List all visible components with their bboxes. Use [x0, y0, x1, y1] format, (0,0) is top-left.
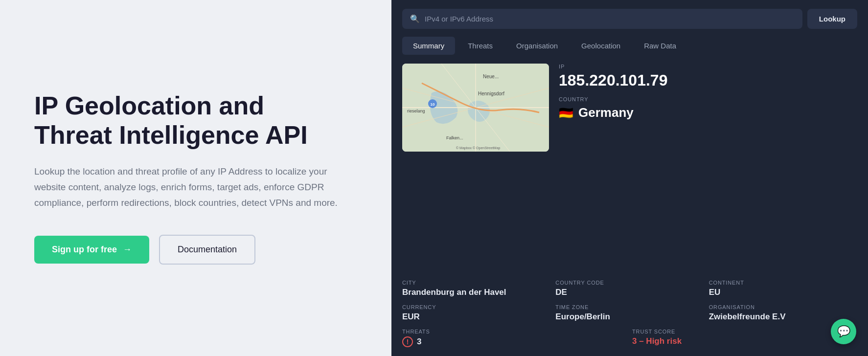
tabs: Summary Threats Organisation Geolocation…: [402, 37, 857, 55]
detail-country-code-value: DE: [555, 288, 704, 297]
threats-count: 3: [417, 337, 421, 347]
detail-continent-value: EU: [709, 288, 857, 297]
search-wrapper: 🔍: [402, 9, 802, 29]
map-container: Neue... Hennigsdorf rieselang Falken... …: [402, 64, 549, 152]
detail-timezone-value: Europe/Berlin: [555, 312, 704, 322]
svg-text:© Mapbox © OpenStreetMap: © Mapbox © OpenStreetMap: [456, 146, 501, 150]
trust-score-label: TRUST SCORE: [632, 329, 857, 334]
detail-organisation-label: ORGANISATION: [709, 304, 857, 310]
tab-rawdata[interactable]: Raw Data: [633, 37, 687, 55]
main-heading: IP Geolocation and Threat Intelligence A…: [34, 91, 357, 150]
threats-value: ! 3: [402, 336, 627, 347]
country-label: COUNTRY: [559, 96, 857, 102]
right-panel: 🔍 Lookup Summary Threats Organisation Ge…: [391, 0, 868, 356]
ip-info: IP 185.220.101.79 COUNTRY 🇩🇪 Germany: [559, 64, 857, 273]
sub-text: Lookup the location and threat profile o…: [34, 164, 357, 211]
bottom-row: THREATS ! 3 TRUST SCORE 3 – High risk: [402, 329, 857, 347]
search-icon: 🔍: [410, 14, 420, 23]
tab-geolocation[interactable]: Geolocation: [571, 37, 631, 55]
country-name: Germany: [578, 105, 634, 120]
detail-city-label: CITY: [402, 280, 550, 286]
chat-button[interactable]: 💬: [831, 319, 856, 344]
buttons-row: Sign up for free → Documentation: [34, 235, 357, 265]
detail-timezone-label: TIME ZONE: [555, 304, 704, 310]
tab-organisation[interactable]: Organisation: [505, 37, 569, 55]
docs-button[interactable]: Documentation: [159, 235, 255, 265]
detail-organisation-value: Zwiebelfreunde E.V: [709, 312, 857, 322]
detail-city: CITY Brandenburg an der Havel: [402, 280, 550, 297]
docs-label: Documentation: [178, 245, 237, 254]
detail-continent-label: CONTINENT: [709, 280, 857, 286]
detail-currency-value: EUR: [402, 312, 550, 322]
details-grid: CITY Brandenburg an der Havel COUNTRY CO…: [402, 280, 857, 322]
detail-continent: CONTINENT EU: [709, 280, 857, 297]
search-input[interactable]: [425, 9, 795, 29]
left-panel: IP Geolocation and Threat Intelligence A…: [0, 0, 391, 356]
detail-organisation: ORGANISATION Zwiebelfreunde E.V: [709, 304, 857, 322]
threat-icon: !: [402, 336, 413, 347]
svg-text:Neue...: Neue...: [483, 74, 499, 79]
tab-summary[interactable]: Summary: [402, 37, 455, 55]
detail-country-code: COUNTRY CODE DE: [555, 280, 704, 297]
trust-score-item: TRUST SCORE 3 – High risk: [632, 329, 857, 347]
svg-text:Falken...: Falken...: [446, 135, 463, 140]
ip-address: 185.220.101.79: [559, 71, 857, 89]
svg-text:Hennigsdorf: Hennigsdorf: [478, 91, 504, 96]
threats-item: THREATS ! 3: [402, 329, 627, 347]
detail-currency-label: CURRENCY: [402, 304, 550, 310]
country-flag: 🇩🇪: [559, 106, 573, 120]
signup-button[interactable]: Sign up for free →: [34, 236, 149, 264]
search-bar: 🔍 Lookup: [402, 9, 857, 29]
detail-timezone: TIME ZONE Europe/Berlin: [555, 304, 704, 322]
threats-label: THREATS: [402, 329, 627, 334]
svg-text:rieselang: rieselang: [407, 109, 425, 113]
country-row: 🇩🇪 Germany: [559, 105, 857, 120]
detail-currency: CURRENCY EUR: [402, 304, 550, 322]
content-area: Neue... Hennigsdorf rieselang Falken... …: [402, 64, 857, 273]
lookup-button[interactable]: Lookup: [807, 9, 857, 29]
chat-icon: 💬: [837, 325, 850, 338]
trust-score-value: 3 – High risk: [632, 336, 857, 346]
tab-threats[interactable]: Threats: [457, 37, 503, 55]
detail-city-value: Brandenburg an der Havel: [402, 288, 550, 297]
ip-label: IP: [559, 64, 857, 69]
signup-label: Sign up for free: [52, 245, 117, 255]
detail-country-code-label: COUNTRY CODE: [555, 280, 704, 286]
arrow-icon: →: [123, 245, 132, 255]
svg-text:10: 10: [431, 102, 435, 107]
lookup-label: Lookup: [819, 15, 845, 23]
